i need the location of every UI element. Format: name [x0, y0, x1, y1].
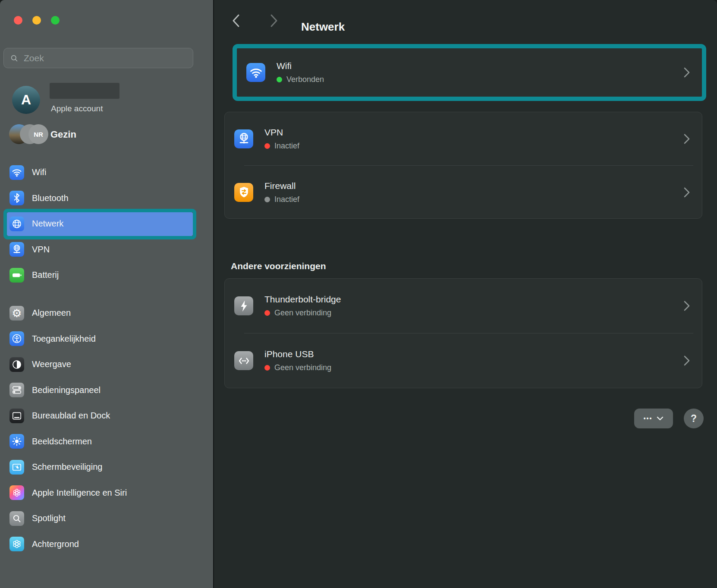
sidebar-item-beeldschermen[interactable]: Beeldschermen: [0, 429, 213, 455]
network-pane: Netwerk Wifi Verbonden: [215, 0, 717, 588]
status-text: Inactief: [274, 195, 299, 204]
sidebar-item-label: Bureaublad en Dock: [32, 411, 110, 421]
apple-intelligence-icon: [9, 485, 24, 500]
avatar[interactable]: A: [12, 86, 40, 114]
battery-icon: [9, 268, 24, 283]
accessibility-icon: [9, 331, 24, 346]
magnifier-icon: [9, 511, 24, 526]
network-globe-icon: [9, 217, 24, 231]
status-text: Geen verbinding: [274, 308, 331, 318]
sidebar-item-apple-intelligence[interactable]: Apple Intelligence en Siri: [0, 480, 213, 506]
search-input[interactable]: [23, 53, 187, 64]
thunderbolt-icon: [234, 296, 253, 315]
wallpaper-flower-icon: [9, 537, 24, 551]
question-mark: ?: [691, 413, 697, 424]
chevron-down-icon: [657, 416, 664, 421]
sidebar-item-label: Bluetooth: [32, 193, 69, 203]
screensaver-icon: [9, 460, 24, 475]
chevron-right-icon: [683, 133, 691, 145]
status-text: Verbonden: [286, 75, 324, 84]
sidebar-nav-connectivity: Wifi Bluetooth Netwerk VPN: [0, 160, 213, 288]
firewall-shield-icon: [234, 183, 253, 202]
sidebar-item-achtergrond[interactable]: Achtergrond: [0, 531, 213, 557]
chevron-right-icon: [683, 187, 691, 198]
sidebar-item-algemeen[interactable]: ⚙ Algemeen: [0, 300, 213, 326]
sidebar-item-toegankelijkheid[interactable]: Toegankelijkheid: [0, 326, 213, 352]
apple-account-label[interactable]: Apple account: [51, 104, 103, 113]
sidebar-item-label: Netwerk: [32, 219, 63, 229]
network-services-card: VPN Inactief Firewall Inactief: [224, 112, 702, 219]
zoom-window-button[interactable]: [51, 16, 60, 25]
sidebar-item-bluetooth[interactable]: Bluetooth: [0, 186, 213, 211]
search-icon: [10, 54, 19, 63]
wifi-icon: [9, 165, 24, 180]
system-settings-window: A Apple account NR Gezin Wifi Bluetooth: [0, 0, 717, 588]
sidebar-item-batterij[interactable]: Batterij: [0, 262, 213, 288]
row-title: iPhone USB: [264, 349, 683, 359]
pane-header: Netwerk: [215, 0, 717, 40]
sidebar-item-label: Spotlight: [32, 513, 66, 523]
family-label: Gezin: [50, 129, 76, 140]
redacted-account-name: [50, 83, 120, 99]
status-text: Geen verbinding: [274, 363, 331, 372]
bluetooth-icon: [9, 191, 24, 205]
vpn-row[interactable]: VPN Inactief: [225, 112, 702, 165]
status-dot-disconnected: [264, 310, 270, 316]
sidebar-nav-system: ⚙ Algemeen Toegankelijkheid Weergave Be: [0, 300, 213, 557]
window-controls: [14, 16, 60, 25]
vpn-icon: [234, 129, 253, 148]
gear-icon: ⚙: [9, 306, 24, 321]
status-dot-inactive: [264, 143, 270, 149]
row-title: Firewall: [264, 181, 683, 191]
family-avatar-initials: NR: [28, 124, 48, 144]
sidebar-item-label: Schermbeveiliging: [32, 462, 102, 472]
desktop-dock-icon: [9, 409, 24, 423]
sidebar-item-vpn[interactable]: VPN: [0, 237, 213, 263]
sidebar-item-spotlight[interactable]: Spotlight: [0, 506, 213, 531]
back-button[interactable]: [228, 11, 245, 30]
sidebar-item-label: Apple Intelligence en Siri: [32, 488, 127, 498]
page-title: Netwerk: [301, 20, 345, 34]
sidebar-item-weergave[interactable]: Weergave: [0, 352, 213, 377]
status-dot-disconnected: [264, 365, 270, 371]
annotation-highlight-box: Wifi Verbonden: [233, 44, 706, 101]
sidebar-item-netwerk[interactable]: Netwerk: [0, 211, 213, 237]
sidebar-item-label: Achtergrond: [32, 539, 79, 549]
status-dot-connected: [277, 77, 282, 82]
firewall-row[interactable]: Firewall Inactief: [225, 166, 702, 219]
sidebar-item-label: Batterij: [32, 270, 59, 280]
sidebar-item-bedieningspaneel[interactable]: Bedieningspaneel: [0, 377, 213, 403]
sidebar: A Apple account NR Gezin Wifi Bluetooth: [0, 0, 214, 588]
sidebar-item-label: Beeldschermen: [32, 437, 92, 447]
appearance-contrast-icon: [9, 357, 24, 372]
status-text: Inactief: [274, 141, 299, 151]
sidebar-item-label: Weergave: [32, 359, 71, 369]
search-field[interactable]: [3, 48, 193, 68]
vpn-icon: [9, 242, 24, 257]
sidebar-item-label: VPN: [32, 245, 50, 255]
sidebar-item-label: Bedieningspaneel: [32, 385, 101, 395]
wifi-row[interactable]: Wifi Verbonden: [237, 48, 702, 97]
status-dot-inactive: [264, 197, 270, 202]
thunderbolt-bridge-row[interactable]: Thunderbolt-bridge Geen verbinding: [225, 279, 702, 333]
iphone-usb-row[interactable]: iPhone USB Geen verbinding: [225, 333, 702, 388]
minimize-window-button[interactable]: [32, 16, 41, 25]
other-services-heading: Andere voorzieningen: [231, 261, 326, 271]
chevron-right-icon: [683, 300, 691, 311]
sidebar-item-wifi[interactable]: Wifi: [0, 160, 213, 186]
family-item[interactable]: NR: [9, 124, 50, 145]
close-window-button[interactable]: [14, 16, 22, 25]
chevron-right-icon: [683, 355, 691, 366]
avatar-initial: A: [21, 92, 31, 108]
sidebar-item-schermbeveiliging[interactable]: Schermbeveiliging: [0, 454, 213, 480]
chevron-right-icon: [683, 67, 691, 78]
sidebar-item-bureaublad-en-dock[interactable]: Bureaublad en Dock: [0, 403, 213, 429]
ellipsis-icon: •••: [644, 415, 653, 422]
sidebar-item-label: Toegankelijkheid: [32, 334, 96, 344]
more-options-button[interactable]: •••: [634, 409, 673, 428]
control-center-icon: [9, 383, 24, 397]
chevron-right-icon: [268, 13, 279, 28]
help-button[interactable]: ?: [684, 409, 704, 428]
forward-button[interactable]: [265, 11, 282, 30]
row-title: VPN: [264, 127, 683, 138]
